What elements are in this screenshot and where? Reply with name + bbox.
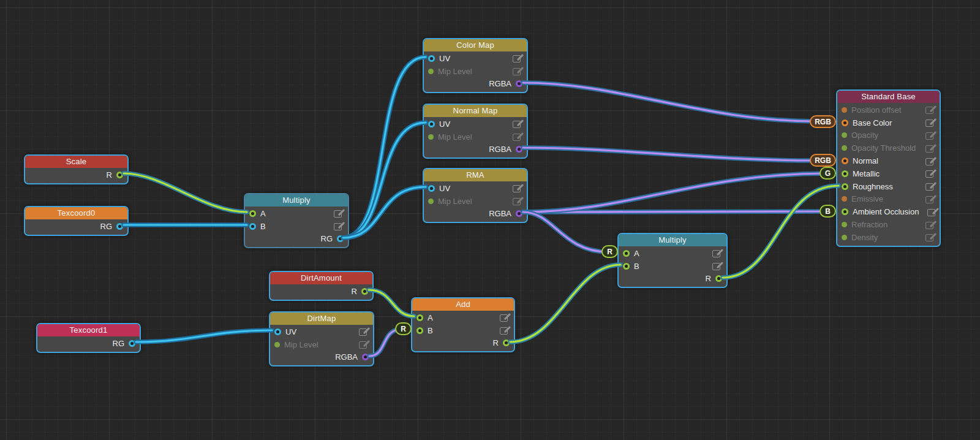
wire-dirtamount-add-a[interactable] <box>369 290 414 316</box>
channel-badge-rgb-normal[interactable]: RGB <box>810 154 836 167</box>
node-graph-canvas[interactable]: { "nodes": { "scale": {"title":"Scale","… <box>0 0 980 440</box>
wire-rma-metallic-outline <box>523 173 827 212</box>
wire-scale-multiply-a[interactable] <box>124 173 247 212</box>
channel-badge-r-multiply-a[interactable]: R <box>601 245 618 258</box>
channel-badge-b-ambientocclusion[interactable]: B <box>820 205 836 218</box>
wire-rma-multiply-a[interactable] <box>523 212 608 252</box>
wire-add-multiply-b[interactable] <box>510 265 620 342</box>
channel-badge-g-metallic[interactable]: G <box>820 167 836 180</box>
channel-badge-r-add-b[interactable]: R <box>395 322 412 335</box>
wire-rma-multiply-a-outline <box>523 212 608 252</box>
wires-layer <box>0 0 980 440</box>
channel-badge-rgb-basecolor[interactable]: RGB <box>810 115 836 128</box>
wire-multiply-roughness-outline <box>723 186 839 278</box>
wire-colormap-basecolor-outline <box>523 83 816 121</box>
